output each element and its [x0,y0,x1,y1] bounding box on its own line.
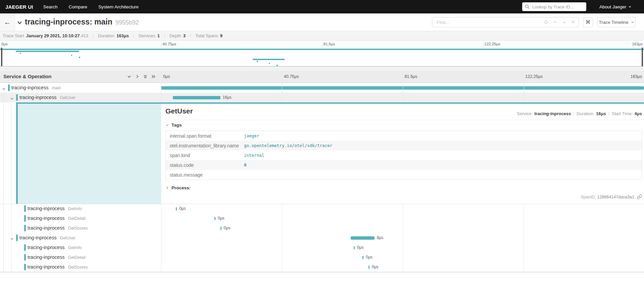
trace-header-bar: ← tracing-inprocess: main9955b92 [0,13,644,31]
minimap-span-bar [0,49,644,50]
span-duration-bar[interactable] [176,207,177,210]
span-color-accent [24,215,26,222]
nav-item-system-architecture[interactable]: System Architecture [98,4,139,9]
span-service-name[interactable]: tracing-inprocessGetScores [28,262,88,272]
span-row[interactable]: tracing-inprocessGetDetail0μs [0,252,644,262]
link-icon[interactable] [637,194,642,199]
back-button[interactable]: ← [0,13,15,31]
span-duration-bar[interactable] [214,217,215,220]
command-icon: ⌘ [586,19,591,25]
prev-match-chevron-up-icon[interactable] [553,20,557,25]
span-detail-meta: Service: tracing-inprocess Duration: 16μ… [517,111,642,116]
span-row[interactable]: tracing-inprocessGetUser16μs [0,93,644,102]
trace-minimap[interactable] [0,48,644,66]
divider [574,111,574,116]
span-service-name[interactable]: tracing-inprocessGetDetail [28,214,86,224]
summary-separator [134,34,134,38]
nav-item-compare[interactable]: Compare [68,4,87,9]
expand-one-chevron-down-icon[interactable] [127,74,132,80]
span-service-name[interactable]: tracing-inprocessGetUser [19,93,76,103]
span-duration-label: 16μs [223,93,232,102]
keyboard-shortcuts-button[interactable]: ⌘ [583,17,593,27]
summary-value: 3 [183,33,186,38]
detail-indent-backdrop[interactable] [18,104,161,204]
trace-summary-bar: Trace StartJanuary 29 2021, 10:10:27.413… [0,31,644,41]
span-service-name[interactable]: tracing-inprocessGetUser [19,233,76,243]
span-operation-name: GetInfo [68,245,82,250]
expand-all-double-chevron-down-icon[interactable] [143,74,148,80]
summary-label: Depth [169,33,181,38]
span-row[interactable]: tracing-inprocessmain [0,83,644,93]
span-row[interactable]: tracing-inprocessGetScores0μs [0,223,644,233]
row-collapse-chevron-icon[interactable] [10,96,14,102]
minimap-left-drag-handle[interactable] [1,48,2,66]
span-row[interactable]: tracing-inprocessGetDetail0μs [0,214,644,223]
indent-guide [3,93,4,272]
span-duration-label: 8μs [377,233,384,243]
span-duration-bar[interactable] [173,96,220,99]
row-collapse-chevron-icon[interactable] [2,86,6,92]
process-section-toggle[interactable]: Process: [165,185,191,190]
collapse-all-double-chevron-right-icon[interactable] [151,74,156,80]
nav-item-search[interactable]: Search [43,4,58,9]
tag-row[interactable]: status.code0 [166,160,642,170]
span-duration-label: 0μs [218,214,225,223]
find-box[interactable] [432,17,579,27]
span-duration-bar[interactable] [368,266,369,269]
span-duration-bar[interactable] [362,256,363,259]
nav-menu: SearchCompareSystem Architecture [43,4,139,9]
trace-title: tracing-inprocess: main9955b92 [25,17,139,27]
span-duration-bar[interactable] [354,246,355,249]
span-duration-bar[interactable] [351,236,375,240]
chevron-down-icon [631,20,634,24]
view-type-select[interactable]: Trace Timeline [597,17,636,27]
trace-collapse-chevron-icon[interactable] [16,19,23,28]
summary-separator [93,34,93,38]
next-match-chevron-down-icon[interactable] [562,20,566,25]
find-input[interactable] [436,19,544,25]
span-service-name[interactable]: tracing-inprocessGetInfo [28,243,82,253]
span-service-name[interactable]: tracing-inprocessGetInfo [28,204,82,214]
collapse-one-chevron-right-icon[interactable] [135,74,140,80]
tag-row[interactable]: span.kindinternal [166,150,642,160]
span-service-name[interactable]: tracing-inprocessGetScores [28,223,88,233]
span-row[interactable]: tracing-inprocessGetInfo0μs [0,204,644,214]
about-jaeger-menu[interactable]: About Jaeger [599,0,632,13]
lookup-input[interactable] [532,4,583,10]
about-jaeger-label: About Jaeger [599,4,626,9]
span-id-row: SpanID: 128664147daca3a1 [581,194,642,199]
span-detail-title: GetUser [165,107,193,115]
timeline-bottom-border [0,272,644,272]
summary-item: Services1 [139,33,160,38]
span-color-accent [16,94,18,101]
span-color-accent [16,235,18,241]
app-logo[interactable]: JAEGER UI [5,4,33,10]
chevron-down-icon [165,123,169,127]
trace-id-lookup[interactable] [522,2,586,11]
row-collapse-chevron-icon[interactable] [10,236,14,242]
tag-value: jaeger [244,133,259,138]
tag-row[interactable]: internal.span.formatjaeger [166,131,642,141]
clear-find-x-icon[interactable] [571,20,575,24]
span-id-value: 128664147daca3a1 [597,195,634,199]
tags-section-toggle[interactable]: Tags [165,123,182,128]
summary-value-suffix: .413 [80,33,88,38]
span-row[interactable]: tracing-inprocessGetUser8μs [0,233,644,243]
minimap-right-drag-handle[interactable] [642,48,643,66]
crosshair-icon[interactable] [544,20,548,25]
span-service-name[interactable]: tracing-inprocessmain [11,83,61,93]
minimap-tick-label: 122.25μs [484,42,500,46]
detail-bottom-border [0,204,644,204]
tag-row[interactable]: status.message [166,170,642,180]
summary-value: 9 [220,33,222,38]
minimap-span-bar [16,51,79,52]
span-operation-name: GetScores [68,265,88,270]
span-row[interactable]: tracing-inprocessGetScores0μs [0,262,644,272]
summary-item: Trace StartJanuary 29 2021, 10:10:27.413 [3,33,88,38]
minimap-tick-label: 163μs [632,42,643,46]
span-duration-bar[interactable] [220,227,221,230]
span-row[interactable]: tracing-inprocessGetInfo0μs [0,243,644,252]
tag-row[interactable]: otel.instrumentation_library.namego.open… [166,141,642,150]
span-detail-card: GetUser Service: tracing-inprocess Durat… [161,104,644,204]
span-service-name[interactable]: tracing-inprocessGetDetail [28,252,86,263]
